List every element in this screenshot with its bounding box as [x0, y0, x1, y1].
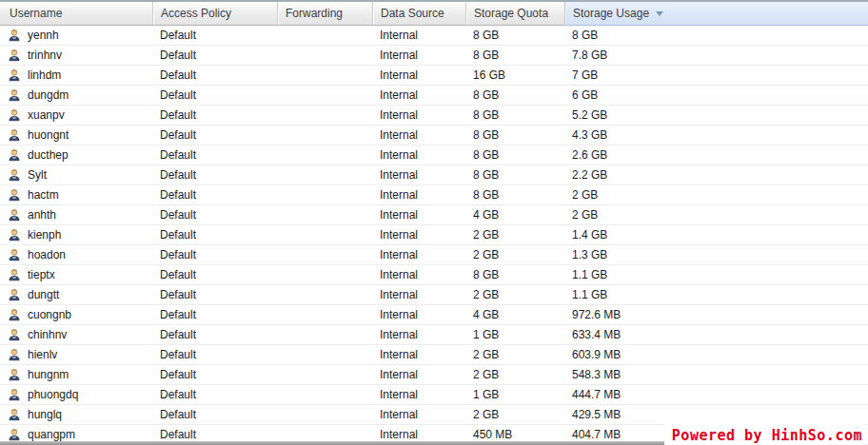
cell-data-source: Internal [372, 265, 465, 284]
cell-username: tieptx [0, 268, 152, 281]
cell-username: ducthep [0, 148, 152, 162]
username-label: hoadon [28, 248, 66, 261]
cell-data-source: Internal [372, 405, 465, 424]
column-header-username[interactable]: Username [0, 2, 152, 25]
cell-username: Sylt [0, 168, 152, 182]
cell-storage-quota: 8 GB [465, 46, 564, 65]
table-row[interactable]: linhdm Default Internal 16 GB 7 GB [0, 66, 868, 86]
cell-data-source: Internal [372, 145, 465, 164]
column-header-storage-quota[interactable]: Storage Quota [465, 2, 564, 25]
cell-storage-usage: 1.1 GB [564, 285, 868, 304]
cell-storage-quota: 2 GB [465, 405, 564, 424]
cell-access-policy: Default [152, 225, 277, 244]
cell-access-policy: Default [152, 46, 277, 65]
username-label: chinhnv [28, 328, 67, 341]
cell-access-policy: Default [152, 106, 277, 125]
username-label: hactm [28, 188, 59, 202]
table-row[interactable]: cuongnb Default Internal 4 GB 972.6 MB [0, 305, 868, 325]
table-row[interactable]: yennh Default Internal 8 GB 8 GB [0, 26, 868, 46]
cell-storage-usage: 633.4 MB [564, 325, 868, 344]
user-icon [8, 228, 21, 242]
table-body: yennh Default Internal 8 GB 8 GB trinhnv… [0, 26, 868, 445]
table-header-row: UsernameAccess PolicyForwardingData Sour… [0, 0, 868, 26]
username-label: hunglq [28, 408, 62, 421]
column-header-data-source[interactable]: Data Source [372, 2, 465, 25]
user-icon [8, 88, 21, 102]
user-icon [8, 288, 21, 301]
table-row[interactable]: xuanpv Default Internal 8 GB 5.2 GB [0, 106, 868, 126]
cell-storage-quota: 2 GB [465, 225, 564, 244]
cell-storage-quota: 16 GB [465, 66, 564, 85]
table-row[interactable]: hienlv Default Internal 2 GB 603.9 MB [0, 345, 868, 365]
table-row[interactable]: hungnm Default Internal 2 GB 548.3 MB [0, 365, 868, 385]
cell-username: quangpm [0, 428, 152, 441]
table-row[interactable]: anhth Default Internal 4 GB 2 GB [0, 205, 868, 225]
username-label: hienlv [28, 348, 57, 361]
column-header-label: Access Policy [161, 7, 231, 20]
cell-access-policy: Default [152, 365, 277, 384]
table-row[interactable]: phuongdq Default Internal 1 GB 444.7 MB [0, 385, 868, 405]
user-icon [8, 48, 21, 62]
cell-access-policy: Default [152, 185, 277, 204]
table-row[interactable]: ducthep Default Internal 8 GB 2.6 GB [0, 145, 868, 165]
user-icon [8, 168, 21, 182]
accounts-table-view: UsernameAccess PolicyForwardingData Sour… [0, 0, 868, 445]
cell-storage-usage: 603.9 MB [564, 345, 868, 364]
username-label: dungtt [28, 288, 59, 301]
cell-storage-usage: 7 GB [564, 66, 868, 85]
username-label: yennh [28, 29, 59, 42]
table-row[interactable]: hunglq Default Internal 2 GB 429.5 MB [0, 405, 868, 425]
table-row[interactable]: chinhnv Default Internal 1 GB 633.4 MB [0, 325, 868, 345]
cell-access-policy: Default [152, 265, 277, 284]
user-icon [8, 68, 21, 82]
cell-storage-quota: 2 GB [465, 285, 564, 304]
table-row[interactable]: hactm Default Internal 8 GB 2 GB [0, 185, 868, 205]
username-label: quangpm [28, 428, 75, 441]
cell-access-policy: Default [152, 345, 277, 364]
cell-storage-quota: 1 GB [465, 385, 564, 404]
table-row[interactable]: huongnt Default Internal 8 GB 4.3 GB [0, 126, 868, 145]
column-header-label: Forwarding [286, 7, 343, 20]
cell-data-source: Internal [372, 225, 465, 244]
column-header-label: Storage Quota [474, 7, 548, 20]
table-row[interactable]: Sylt Default Internal 8 GB 2.2 GB [0, 165, 868, 185]
table-row[interactable]: dungtt Default Internal 2 GB 1.1 GB [0, 285, 868, 305]
cell-data-source: Internal [372, 165, 465, 184]
user-icon [8, 348, 21, 361]
cell-username: hactm [0, 188, 152, 202]
username-label: kienph [28, 228, 61, 242]
table-row[interactable]: kienph Default Internal 2 GB 1.4 GB [0, 225, 868, 245]
cell-access-policy: Default [152, 205, 277, 224]
cell-storage-usage: 4.3 GB [564, 126, 868, 145]
watermark-powered-by: Powered by HinhSo.com [664, 424, 864, 445]
cell-username: dungdm [0, 88, 152, 102]
cell-data-source: Internal [372, 385, 465, 404]
table-row[interactable]: hoadon Default Internal 2 GB 1.3 GB [0, 245, 868, 265]
cell-data-source: Internal [372, 26, 465, 45]
cell-username: chinhnv [0, 328, 152, 341]
cell-storage-quota: 4 GB [465, 305, 564, 324]
table-row[interactable]: trinhnv Default Internal 8 GB 7.8 GB [0, 46, 868, 66]
table-row[interactable]: dungdm Default Internal 8 GB 6 GB [0, 86, 868, 106]
cell-username: hunglq [0, 408, 152, 421]
cell-data-source: Internal [372, 106, 465, 125]
cell-data-source: Internal [372, 126, 465, 145]
column-header-forwarding[interactable]: Forwarding [277, 2, 372, 25]
cell-access-policy: Default [152, 405, 277, 424]
cell-storage-quota: 8 GB [465, 185, 564, 204]
table-row[interactable]: tieptx Default Internal 8 GB 1.1 GB [0, 265, 868, 285]
cell-data-source: Internal [372, 325, 465, 344]
column-header-access-policy[interactable]: Access Policy [152, 2, 277, 25]
username-label: Sylt [28, 168, 47, 182]
cell-username: huongnt [0, 128, 152, 142]
cell-storage-usage: 2 GB [564, 205, 868, 224]
cell-username: trinhnv [0, 48, 152, 62]
cell-access-policy: Default [152, 305, 277, 324]
username-label: ducthep [28, 148, 69, 162]
column-header-storage-usage[interactable]: Storage Usage [564, 2, 868, 26]
cell-storage-usage: 972.6 MB [564, 305, 868, 324]
cell-storage-quota: 4 GB [465, 205, 564, 224]
cell-access-policy: Default [152, 385, 277, 404]
user-icon [8, 408, 21, 421]
cell-storage-quota: 8 GB [465, 145, 564, 164]
